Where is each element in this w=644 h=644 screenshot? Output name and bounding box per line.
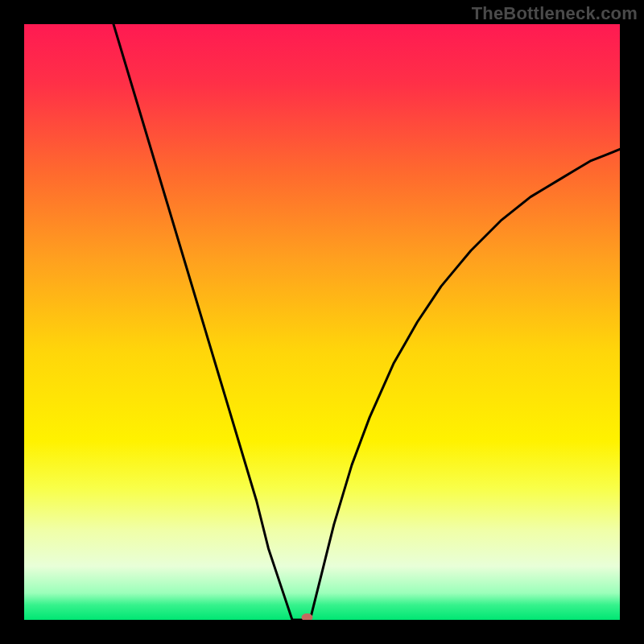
plot-area (24, 24, 620, 620)
watermark-text: TheBottleneck.com (472, 3, 638, 24)
gradient-background (24, 24, 620, 620)
bottleneck-curve-chart (24, 24, 620, 620)
chart-frame: TheBottleneck.com (0, 0, 644, 644)
